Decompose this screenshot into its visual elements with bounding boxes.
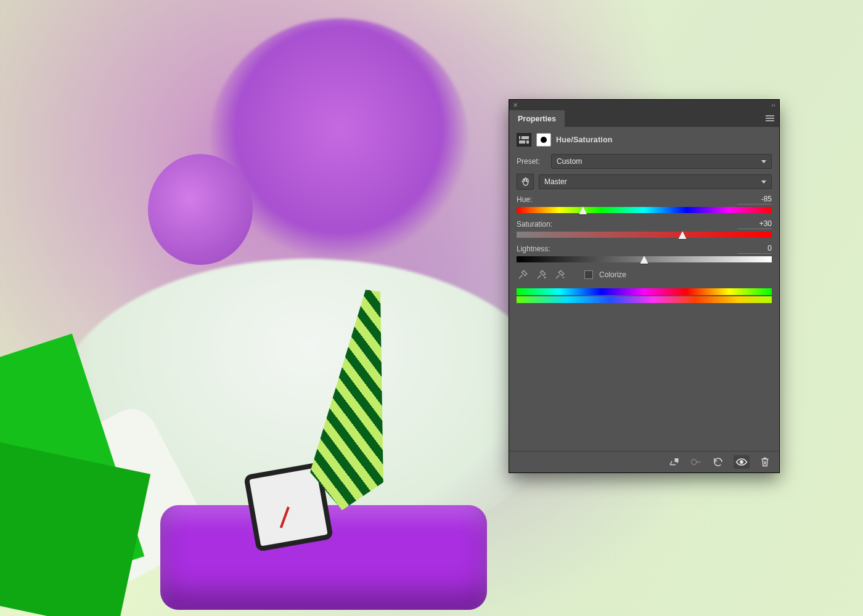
chevron-down-icon: [761, 160, 766, 163]
colorize-checkbox[interactable]: [584, 270, 593, 279]
colorize-label: Colorize: [599, 270, 626, 279]
saturation-slider-block: Saturation: +30: [517, 219, 772, 238]
svg-point-5: [692, 460, 697, 464]
delete-adjustment-icon[interactable]: [758, 455, 772, 469]
lightness-slider-block: Lightness: 0: [517, 244, 772, 262]
saturation-slider[interactable]: [517, 232, 772, 238]
preset-label: Preset:: [517, 157, 546, 166]
layer-mask-icon[interactable]: [536, 133, 551, 147]
panel-spacer: [517, 306, 772, 447]
chevron-down-icon: [761, 180, 766, 184]
eyedropper-icon[interactable]: [517, 269, 529, 281]
hue-value-field[interactable]: -85: [737, 195, 772, 205]
properties-panel: ✕ ‹‹ Properties Hue/Saturation Pr: [509, 100, 779, 472]
hue-slider[interactable]: [517, 207, 772, 213]
channel-dropdown[interactable]: Master: [539, 174, 772, 189]
channel-value: Master: [544, 177, 567, 186]
svg-rect-2: [520, 136, 521, 139]
preset-value: Custom: [557, 157, 582, 166]
lightness-label: Lightness:: [517, 245, 550, 253]
preset-row: Preset: Custom: [517, 154, 772, 169]
eyedropper-row: Colorize: [517, 269, 772, 281]
toggle-visibility-icon[interactable]: [734, 455, 750, 469]
panel-tabs: Properties: [509, 110, 779, 127]
lightness-value-field[interactable]: 0: [737, 244, 772, 254]
photo-region: [148, 154, 253, 265]
eyedropper-add-icon[interactable]: [535, 269, 547, 281]
panel-topstrip: ✕ ‹‹: [509, 100, 779, 110]
reset-icon[interactable]: [711, 455, 725, 469]
saturation-label: Saturation:: [517, 220, 552, 229]
panel-menu-icon[interactable]: [766, 115, 774, 121]
adjustment-thumb-icon[interactable]: [517, 133, 531, 147]
color-range-bars[interactable]: [517, 288, 772, 303]
adjustment-header: Hue/Saturation: [517, 133, 772, 147]
channel-row: Master: [517, 174, 772, 190]
targeted-adjustment-icon[interactable]: [517, 174, 534, 190]
input-spectrum-bar: [517, 288, 772, 295]
tab-properties[interactable]: Properties: [509, 110, 565, 127]
eyedropper-subtract-icon[interactable]: [554, 269, 566, 281]
panel-body: Hue/Saturation Preset: Custom Master: [509, 127, 779, 451]
svg-rect-1: [519, 140, 529, 144]
svg-rect-3: [525, 140, 526, 144]
preset-dropdown[interactable]: Custom: [551, 154, 772, 169]
saturation-slider-thumb[interactable]: [678, 231, 687, 240]
saturation-value-field[interactable]: +30: [737, 219, 772, 229]
lightness-slider-thumb[interactable]: [640, 256, 648, 264]
svg-point-6: [740, 461, 743, 463]
clip-to-layer-icon[interactable]: [667, 455, 681, 469]
previous-state-icon[interactable]: [689, 455, 703, 469]
output-spectrum-bar: [517, 296, 772, 303]
lightness-slider[interactable]: [517, 256, 772, 262]
hue-slider-block: Hue: -85: [517, 195, 772, 213]
close-panel-icon[interactable]: ✕: [513, 102, 518, 108]
hue-label: Hue:: [517, 195, 532, 204]
panel-footer: [509, 451, 779, 472]
adjustment-title: Hue/Saturation: [556, 136, 613, 144]
svg-rect-4: [675, 458, 679, 462]
hue-slider-thumb[interactable]: [579, 206, 587, 215]
collapse-panel-icon[interactable]: ‹‹: [771, 102, 775, 108]
